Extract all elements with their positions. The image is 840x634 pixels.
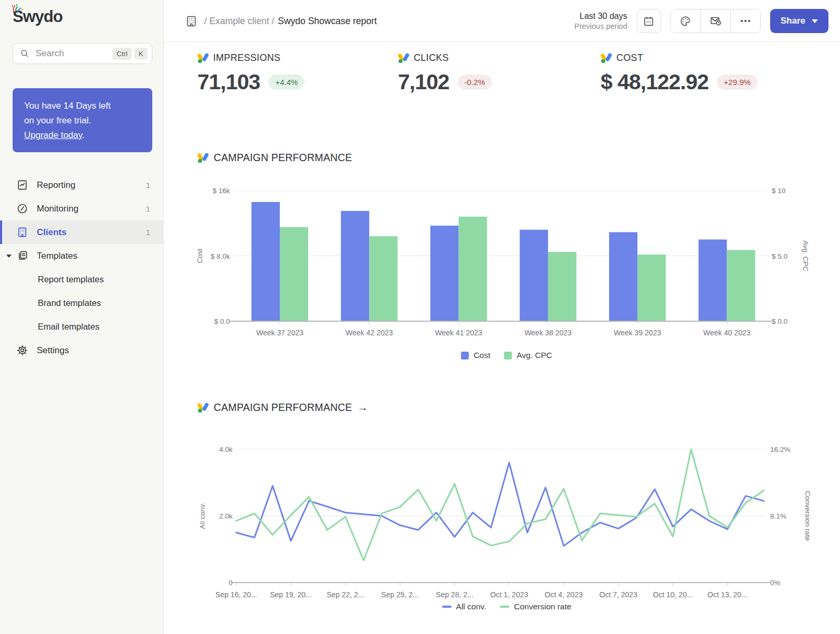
google-ads-icon [197, 403, 208, 413]
svg-text:Oct 13, 20...: Oct 13, 20... [708, 590, 748, 599]
svg-text:$ 5.0: $ 5.0 [772, 252, 788, 260]
swydo-logo[interactable]: Swydo [13, 8, 62, 25]
svg-text:$ 0.0: $ 0.0 [772, 318, 788, 325]
svg-text:Week 42 2023: Week 42 2023 [345, 329, 393, 337]
sidebar-item-report-templates[interactable]: Report templates [0, 268, 164, 291]
avg-cpc-legend-label: Avg. CPC [517, 351, 552, 360]
sidebar-item-label: Settings [37, 345, 69, 356]
search-input[interactable] [35, 48, 110, 59]
kbd-ctrl: Ctrl [112, 48, 132, 60]
gauge-icon [16, 203, 28, 215]
sidebar-nav: Reporting 1 Monitoring 1 [0, 173, 164, 362]
svg-text:$ 16k: $ 16k [213, 187, 230, 195]
kpi-cost: COST $ 48,122.92 +29.9% [601, 52, 758, 94]
kpi-label: CLICKS [414, 52, 449, 64]
kpi-clicks: CLICKS 7,102 -0.2% [398, 52, 492, 94]
svg-text:Sep 22, 2...: Sep 22, 2... [327, 590, 364, 599]
svg-text:Week 41 2023: Week 41 2023 [435, 329, 482, 337]
bar-chart-legend: Cost Avg. CPC [184, 351, 830, 360]
svg-text:Oct 1, 2023: Oct 1, 2023 [490, 590, 529, 599]
cost-legend-label: Cost [474, 351, 490, 360]
trial-line1: You have 14 Days left [24, 99, 141, 113]
sidebar-item-reporting[interactable]: Reporting 1 [0, 173, 164, 197]
arrow-right-icon: → [358, 401, 368, 414]
trial-line2: on your free trial. [24, 115, 91, 125]
svg-text:$ 8.0k: $ 8.0k [211, 252, 230, 260]
pages-icon [16, 250, 28, 262]
client-building-icon[interactable] [185, 15, 198, 28]
svg-text:Oct 7, 2023: Oct 7, 2023 [600, 590, 638, 599]
svg-text:Week 38 2023: Week 38 2023 [524, 329, 572, 337]
sidebar-item-settings[interactable]: Settings [0, 339, 164, 362]
logo-spark-icon [10, 4, 24, 15]
theme-button[interactable] [671, 9, 700, 33]
line-chart-title[interactable]: CAMPAIGN PERFORMANCE → [197, 401, 368, 414]
share-label: Share [781, 16, 805, 26]
sidebar-item-brand-templates[interactable]: Brand templates [0, 291, 164, 315]
campaign-performance-bar-chart: $ 16k$ 8.0k$ 0.0$ 10$ 5.0$ 0.0CostAvg. C… [184, 178, 830, 342]
schedule-email-button[interactable] [700, 9, 730, 33]
cost-legend-swatch [461, 352, 469, 360]
sidebar-item-label: Templates [37, 251, 77, 261]
kpi-delta-badge: +29.9% [717, 75, 758, 90]
share-button[interactable]: Share [770, 9, 828, 33]
share-caret-icon [812, 19, 818, 23]
campaign-performance-line-chart: 4.0k2.0k016.2%8.1%0%All conv.Conversion … [184, 430, 830, 599]
kbd-k: K [134, 48, 148, 60]
kpi-value: 71,103 [197, 70, 260, 94]
svg-text:All conv.: All conv. [198, 503, 206, 529]
svg-text:Cost: Cost [196, 248, 204, 263]
more-options-button[interactable] [730, 9, 760, 33]
kpi-label: COST [616, 52, 643, 64]
upgrade-link[interactable]: Upgrade today [24, 130, 82, 140]
svg-text:2.0k: 2.0k [219, 512, 233, 520]
header-actions: Last 30 days Previous period [574, 0, 828, 42]
svg-text:16.2%: 16.2% [770, 446, 790, 453]
all-conv-legend-swatch [442, 606, 452, 608]
building-icon [16, 226, 28, 239]
svg-text:Oct 10, 20...: Oct 10, 20... [653, 590, 693, 599]
report-chart-icon [16, 179, 28, 192]
sidebar-item-count: 1 [146, 204, 150, 213]
sidebar-item-clients[interactable]: Clients 1 [0, 220, 164, 244]
svg-text:4.0k: 4.0k [219, 446, 233, 453]
breadcrumb-client[interactable]: / Example client / [204, 16, 274, 27]
sidebar-item-templates[interactable]: Templates [0, 244, 164, 268]
svg-text:Conversion rate: Conversion rate [804, 491, 812, 541]
conversion-rate-legend-swatch [500, 606, 509, 608]
sidebar: Swydo Ctrl K You have 14 Days left on yo… [0, 0, 164, 634]
all-conv-legend-label: All conv. [456, 602, 486, 611]
conversion-rate-legend-label: Conversion rate [514, 602, 571, 611]
svg-text:Week 40 2023: Week 40 2023 [703, 329, 750, 337]
svg-text:Sep 25, 2...: Sep 25, 2... [381, 590, 419, 599]
svg-text:Sep 19, 20...: Sep 19, 20... [270, 590, 311, 599]
sidebar-item-label: Reporting [37, 180, 76, 191]
mail-clock-icon [709, 15, 722, 27]
report-toolbar [670, 9, 761, 33]
date-range-selector[interactable]: Last 30 days Previous period [574, 12, 627, 30]
chevron-down-icon[interactable] [6, 255, 12, 258]
google-ads-icon [197, 53, 208, 63]
google-ads-icon [398, 53, 409, 63]
svg-text:$ 0.0: $ 0.0 [214, 318, 230, 325]
svg-text:Sep 16, 20...: Sep 16, 20... [215, 590, 257, 599]
avg-cpc-legend-swatch [504, 352, 512, 360]
svg-text:Week 37 2023: Week 37 2023 [256, 329, 303, 337]
swydo-app: Swydo Ctrl K You have 14 Days left on yo… [0, 0, 840, 634]
sidebar-item-label: Monitoring [37, 204, 78, 214]
date-range-value: Last 30 days [574, 12, 627, 21]
svg-text:$ 10: $ 10 [772, 187, 785, 195]
google-ads-icon [601, 53, 612, 63]
palette-icon [679, 15, 691, 27]
trial-banner: You have 14 Days left on your free trial… [13, 88, 152, 152]
sidebar-item-count: 1 [146, 181, 150, 189]
search-box[interactable]: Ctrl K [13, 43, 152, 64]
ellipsis-icon [741, 20, 750, 22]
svg-text:8.1%: 8.1% [770, 512, 786, 520]
sidebar-item-monitoring[interactable]: Monitoring 1 [0, 197, 164, 220]
calendar-button[interactable] [637, 9, 661, 33]
bar-chart-title: CAMPAIGN PERFORMANCE [197, 152, 352, 164]
svg-text:Sep 28, 2...: Sep 28, 2... [436, 590, 474, 599]
kpi-label: IMPRESSIONS [213, 52, 280, 64]
sidebar-item-email-templates[interactable]: Email templates [0, 315, 164, 339]
